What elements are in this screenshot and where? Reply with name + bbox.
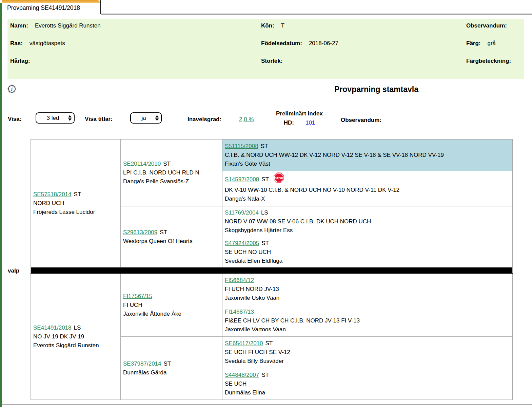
reg-type-code: ST (261, 176, 269, 183)
field-value: Everotts Siggärd Runsten (35, 22, 101, 29)
tab-label: Provparning SE41491/2018 (7, 4, 80, 12)
page-title: Provparning stamtavla (237, 85, 515, 94)
reg-link[interactable]: FI14687/13 (225, 309, 254, 315)
dog-name: Jaxonville Usko Vaan (225, 294, 510, 302)
inavelsgrad-value-link[interactable]: 2,0 % (239, 116, 254, 123)
dog-titles: LPI C.I.B. NORD UCH RLD N (123, 168, 220, 177)
visa-titlar-select[interactable]: ja (130, 112, 162, 124)
pedigree-cell-mff: FI56684/12 FI UCH NORD JV-13 Jaxonville … (222, 274, 513, 305)
visa-select-value: 3 led (40, 115, 65, 122)
field-namn: Namn:Everotts Siggärd Runsten (10, 22, 101, 29)
field-label: Färgbeteckning: (466, 58, 511, 64)
reg-link[interactable]: SE37987/2014 (123, 360, 161, 367)
pedigree-cell-ffm: S14597/2008STSTOP DK V-10 WW-10 C.I.B. &… (222, 171, 513, 206)
info-icon[interactable]: i (8, 85, 16, 93)
field-label: Färg: (466, 40, 481, 47)
field-value: västgötaspets (29, 40, 65, 47)
dog-name: Fixan's Göte Väst (225, 160, 510, 168)
reg-link[interactable]: FI17567/15 (123, 293, 152, 299)
reg-link[interactable]: S47924/2005 (225, 240, 259, 246)
reg-link[interactable]: SE20114/2010 (123, 161, 161, 167)
field-fodelsedatum: Födelsedatum:2018-06-27 (261, 40, 338, 47)
hd-index-value: 101 (306, 119, 315, 126)
dog-name: Danga's Nala-X (225, 195, 510, 203)
valp-label: valp (8, 267, 19, 274)
provparning-page: Provparning SE41491/2018 Namn:Everotts S… (0, 0, 532, 407)
pedigree-cell-mmf: SE65417/2010ST SE UCH FI UCH SE V-12 Sve… (222, 337, 513, 368)
dog-titles: SE UCH NO UCH (225, 248, 510, 257)
reg-link[interactable]: SE57518/2014 (33, 191, 72, 198)
tab-accent-bar (2, 0, 100, 3)
field-value: 2018-06-27 (309, 40, 338, 47)
pedigree-cell-fmm: S47924/2005ST SE UCH NO UCH Svedala Elle… (222, 237, 513, 267)
dog-name: Westorps Queen Of Hearts (123, 237, 220, 246)
field-farg: Färg:grå (466, 40, 496, 47)
reg-link[interactable]: S11769/2004 (225, 209, 259, 216)
field-ras: Ras:västgötaspets (10, 40, 65, 47)
reg-type-code: ST (261, 143, 268, 149)
visa-titlar-label: Visa titlar: (85, 116, 113, 123)
preliminart-index-label: Preliminärt index (268, 110, 331, 117)
reg-link[interactable]: S51115/2008 (225, 143, 258, 149)
pedigree-cell-father: SE57518/2014ST NORD UCH Fröjereds Lasse … (31, 140, 121, 267)
dog-info-panel: Namn:Everotts Siggärd Runsten Kön:T Obse… (7, 19, 524, 79)
dog-name: Jaxonville Åttonde Åke (123, 310, 220, 318)
field-harlag: Hårlag: (10, 58, 30, 64)
field-observandum: Observandum: (466, 22, 507, 29)
dog-titles: NORD V-07 WW-08 SE V-06 C.I.B. DK UCH NO… (225, 217, 510, 226)
reg-link[interactable]: S44848/2007 (225, 372, 259, 378)
reg-type-code: LS (74, 325, 81, 331)
pedigree-cell-mmm: S44848/2007ST SE UCH Dunmålas Elina (222, 368, 513, 400)
svg-text:STOP: STOP (275, 176, 283, 180)
reg-type-code: ST (164, 360, 171, 367)
visa-label: Visa: (8, 116, 21, 123)
dog-titles: DK V-10 WW-10 C.I.B. & NORD UCH NO V-10 … (225, 186, 510, 195)
page-bottom-divider (2, 404, 532, 405)
tab-provparning[interactable]: Provparning SE41491/2018 (2, 0, 101, 14)
pedigree-cell-ff: SE20114/2010ST LPI C.I.B. NORD UCH RLD N… (121, 140, 222, 206)
inavelsgrad-label: Inavelsgrad: (188, 116, 221, 123)
hd-label: HD: (284, 119, 294, 126)
field-fargbeteckning: Färgbeteckning: (466, 58, 511, 64)
stop-sign-icon: STOP (274, 172, 284, 186)
page-left-edge-divider (0, 3, 2, 407)
field-label: Storlek: (261, 58, 282, 64)
info-icon-glyph: i (11, 86, 13, 92)
field-kon: Kön:T (261, 22, 284, 29)
field-value: T (281, 22, 284, 29)
pedigree-cell-mm: SE37987/2014ST Dunmålas Gärda (121, 337, 222, 400)
reg-link[interactable]: FI56684/12 (225, 277, 254, 283)
field-value: grå (488, 40, 496, 47)
dog-titles: SE UCH FI UCH SE V-12 (225, 348, 510, 357)
reg-link[interactable]: S29613/2009 (123, 229, 157, 236)
field-label: Observandum: (466, 22, 507, 29)
preliminart-index-block: Preliminärt index HD:101 (268, 110, 331, 126)
dog-name: Svedala Billy Busväder (225, 357, 510, 366)
dog-titles: FI UCH NORD JV-13 (225, 285, 510, 294)
reg-type-code: ST (265, 340, 273, 347)
dog-titles: NORD UCH (33, 199, 118, 208)
pedigree-cell-mother: SE41491/2018LS NO JV-19 DK JV-19 Everott… (31, 274, 121, 400)
pedigree-cell-fmf: S11769/2004LS NORD V-07 WW-08 SE V-06 C.… (222, 206, 513, 237)
reg-link[interactable]: SE41491/2018 (33, 325, 72, 331)
dog-name: Fröjereds Lasse Lucidor (33, 208, 118, 217)
visa-titlar-select-value: ja (135, 115, 153, 122)
reg-link[interactable]: S14597/2008 (225, 176, 259, 183)
pedigree-cell-fm: S29613/2009ST Westorps Queen Of Hearts (121, 206, 222, 267)
select-stepper-icon (68, 115, 72, 121)
visa-select[interactable]: 3 led (36, 112, 75, 124)
dog-titles: FI UCH (123, 301, 220, 310)
field-label: Kön: (261, 22, 274, 29)
dog-titles: C.I.B. & NORD UCH WW-12 DK V-12 NORD V-1… (225, 151, 510, 160)
reg-type-code: ST (261, 240, 269, 246)
dog-name: Skogsbygdens Hjärter Ess (225, 226, 510, 235)
reg-type-code: ST (160, 229, 167, 236)
dog-name: Svedala Ellen Eldfluga (225, 257, 510, 265)
dog-name: Jaxonville Vartoos Vaan (225, 325, 510, 334)
tab-underline (101, 14, 532, 15)
select-stepper-icon (155, 115, 159, 121)
father-mother-separator-bar (31, 267, 513, 274)
reg-link[interactable]: SE65417/2010 (225, 340, 263, 347)
dog-name: Dunmålas Elina (225, 388, 510, 397)
pedigree-cell-fff-highlighted: S51115/2008ST C.I.B. & NORD UCH WW-12 DK… (222, 140, 513, 171)
